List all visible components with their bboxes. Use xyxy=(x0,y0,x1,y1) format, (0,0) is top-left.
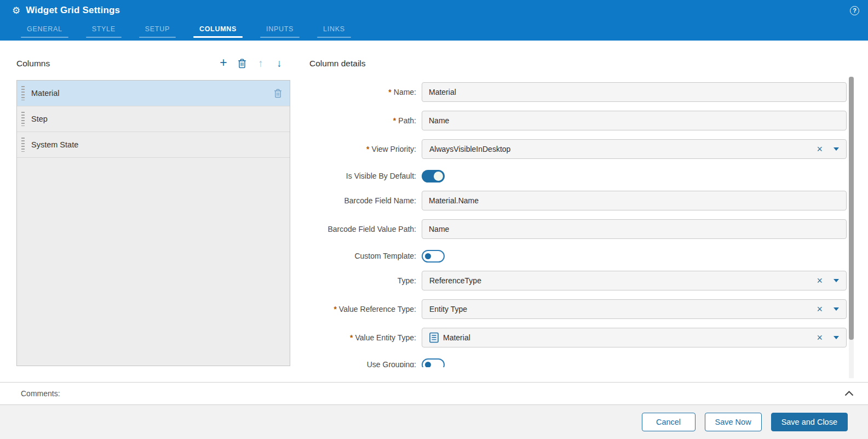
tab-setup[interactable]: SETUP xyxy=(139,21,176,41)
columns-toolbar: + ↑ ↓ xyxy=(214,56,289,71)
clear-icon[interactable]: × xyxy=(817,144,823,154)
save-and-close-button[interactable]: Save and Close xyxy=(771,413,848,431)
help-icon[interactable]: ? xyxy=(850,6,859,15)
chevron-down-icon[interactable] xyxy=(833,336,839,339)
column-row-label: Step xyxy=(31,115,48,123)
collapse-comments-button[interactable] xyxy=(844,391,854,396)
field-row-value-reference-type: *Value Reference Type: Entity Type × xyxy=(304,299,847,319)
chevron-down-icon[interactable] xyxy=(833,147,839,151)
dialog-title: Widget Grid Settings xyxy=(26,5,120,16)
delete-column-button[interactable] xyxy=(233,56,251,71)
tab-links[interactable]: LINKS xyxy=(317,21,351,41)
clear-icon[interactable]: × xyxy=(817,304,823,314)
select-value: ReferenceType xyxy=(429,276,817,285)
field-label: Name: xyxy=(394,88,416,96)
field-label: Custom Template: xyxy=(354,252,416,260)
required-marker: * xyxy=(393,116,396,125)
scrollbar-thumb[interactable] xyxy=(849,77,854,340)
barcode-field-name-input[interactable] xyxy=(422,191,847,210)
move-column-down-button[interactable]: ↓ xyxy=(270,56,289,71)
comments-bar: Comments: xyxy=(0,382,868,405)
chevron-down-icon[interactable] xyxy=(833,307,839,311)
field-label: View Priority: xyxy=(372,145,416,153)
value-entity-type-select[interactable]: Material × xyxy=(422,328,847,347)
name-input[interactable] xyxy=(422,82,847,102)
toggle-knob xyxy=(425,253,431,259)
chevron-up-icon xyxy=(844,391,854,396)
chevron-down-icon[interactable] xyxy=(833,279,839,282)
move-column-up-button[interactable]: ↑ xyxy=(251,56,270,71)
field-row-barcode-field-value-path: Barcode Field Value Path: xyxy=(304,219,847,239)
barcode-field-value-path-input[interactable] xyxy=(422,219,847,239)
view-priority-select[interactable]: AlwaysVisibleInDesktop × xyxy=(422,139,847,159)
trash-icon xyxy=(238,59,246,69)
required-marker: * xyxy=(388,88,391,96)
is-visible-by-default-toggle[interactable] xyxy=(422,170,445,183)
drag-handle-icon[interactable] xyxy=(21,138,25,152)
row-delete-button[interactable] xyxy=(274,89,282,98)
field-label: Use Grouping: xyxy=(367,360,416,367)
column-row-step[interactable]: Step xyxy=(17,106,290,132)
columns-panel-title: Columns xyxy=(16,59,50,69)
tab-bar: GENERAL STYLE SETUP COLUMNS INPUTS LINKS xyxy=(0,21,868,41)
dialog-titlebar: ⚙ Widget Grid Settings ? xyxy=(0,0,868,21)
cancel-button[interactable]: Cancel xyxy=(642,413,695,431)
field-label: Value Entity Type: xyxy=(355,333,416,342)
gear-icon: ⚙ xyxy=(12,6,20,15)
column-row-label: Material xyxy=(31,89,60,98)
tab-inputs[interactable]: INPUTS xyxy=(260,21,300,41)
type-select[interactable]: ReferenceType × xyxy=(422,271,847,290)
path-input[interactable] xyxy=(422,111,847,130)
field-label: Path: xyxy=(398,116,416,125)
select-value: AlwaysVisibleInDesktop xyxy=(429,145,817,153)
field-label: Is Visible By Default: xyxy=(346,172,416,180)
field-row-name: *Name: xyxy=(304,82,847,102)
entity-type-icon xyxy=(429,332,439,343)
save-now-button[interactable]: Save Now xyxy=(705,413,762,431)
toggle-knob xyxy=(434,172,443,181)
field-row-barcode-field-name: Barcode Field Name: xyxy=(304,191,847,210)
comments-label: Comments: xyxy=(21,389,60,398)
column-row-material[interactable]: Material xyxy=(17,81,290,106)
column-row-system-state[interactable]: System State xyxy=(17,132,290,158)
drag-handle-icon[interactable] xyxy=(21,112,25,126)
trash-icon xyxy=(274,89,282,98)
field-row-use-grouping: Use Grouping: xyxy=(304,356,847,367)
column-row-label: System State xyxy=(31,140,78,149)
required-marker: * xyxy=(350,333,353,342)
tab-general[interactable]: GENERAL xyxy=(21,21,68,41)
value-reference-type-select[interactable]: Entity Type × xyxy=(422,299,847,319)
select-value: Entity Type xyxy=(429,305,817,313)
clear-icon[interactable]: × xyxy=(817,276,823,286)
use-grouping-toggle[interactable] xyxy=(422,358,445,368)
field-label: Barcode Field Name: xyxy=(344,196,416,205)
clear-icon[interactable]: × xyxy=(817,333,823,343)
field-label: Barcode Field Value Path: xyxy=(327,225,416,233)
required-marker: * xyxy=(366,145,369,153)
field-label: Type: xyxy=(398,276,416,285)
field-row-path: *Path: xyxy=(304,111,847,130)
field-row-value-entity-type: *Value Entity Type: Material × xyxy=(304,328,847,347)
tab-columns[interactable]: COLUMNS xyxy=(193,21,243,41)
column-details-title: Column details xyxy=(309,59,366,69)
column-details-pane: Column details *Name: *Path: *View Prior… xyxy=(304,55,847,367)
toggle-knob xyxy=(425,362,431,368)
field-row-is-visible-by-default: Is Visible By Default: xyxy=(304,168,847,184)
field-row-custom-template: Custom Template: xyxy=(304,248,847,264)
add-column-button[interactable]: + xyxy=(214,56,233,71)
tab-style[interactable]: STYLE xyxy=(86,21,122,41)
field-row-view-priority: *View Priority: AlwaysVisibleInDesktop × xyxy=(304,139,847,159)
field-label: Value Reference Type: xyxy=(339,305,416,313)
custom-template-toggle[interactable] xyxy=(422,250,445,263)
field-row-type: Type: ReferenceType × xyxy=(304,271,847,290)
select-value: Material xyxy=(443,333,470,342)
columns-list: Material Step System State xyxy=(16,80,290,366)
details-scrollbar[interactable] xyxy=(849,77,854,378)
footer-actions: Cancel Save Now Save and Close xyxy=(0,405,868,439)
required-marker: * xyxy=(334,305,336,313)
drag-handle-icon[interactable] xyxy=(21,86,25,100)
